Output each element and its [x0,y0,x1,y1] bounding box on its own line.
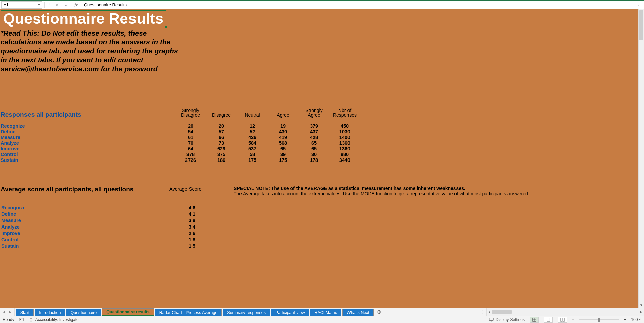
scroll-right-arrow-icon[interactable]: ► [639,310,644,314]
sheet-tab[interactable]: Questionnaire [66,309,101,316]
table-row: Recognize20201219379450 [1,123,360,129]
name-box[interactable]: A1 ▼ [1,1,42,9]
cell-value: 1.8 [176,237,207,243]
row-label: Analyze [1,224,176,230]
fill-handle[interactable] [165,26,167,28]
svg-rect-4 [491,321,492,321]
sheet-tab[interactable]: RACI Matrix [310,309,341,316]
averages-heading: Average score all participants, all ques… [1,186,133,193]
cell-value: 65 [299,140,329,146]
table-row: Define4.1 [1,211,207,217]
svg-rect-10 [563,318,564,321]
sheet-tab[interactable]: Summary responses [223,309,270,316]
cell-value: 1.5 [176,243,207,249]
more-icon[interactable]: ⋮ [47,3,52,7]
cancel-formula-button[interactable]: ✕ [54,1,61,9]
cell-value: 64 [175,146,206,152]
sheet-tabs: StartIntroductionQuestionnaireQuestionna… [15,308,375,316]
cell-value: 175 [268,157,299,163]
col-header: Strongly Agree [299,108,329,117]
view-page-layout-button[interactable] [544,317,553,323]
cell-value: 178 [299,157,329,163]
table-row: Measure61664264194281400 [1,135,360,140]
display-settings-button[interactable]: Display Settings [489,317,525,322]
accessibility-button[interactable]: Accessibility: Investigate [29,317,79,322]
cell-value: 58 [237,152,268,157]
cell-value: 65 [268,146,299,152]
svg-rect-3 [489,318,493,320]
cell-value: 186 [206,157,237,163]
row-label: Measure [1,135,175,140]
cell-value: 19 [268,123,299,129]
tab-nav-next-icon[interactable]: ► [8,310,12,314]
special-note: SPECIAL NOTE: The use of the AVERAGE as … [234,186,529,196]
table-row: Improve6462953765651360 [1,146,360,152]
x-icon: ✕ [55,2,59,8]
new-sheet-button[interactable]: ⊕ [375,308,384,316]
selected-cell-a1[interactable]: Questionnaire Results [1,10,166,27]
insert-function-button[interactable]: fx [72,1,80,9]
row-label: Control [1,237,176,243]
formula-input[interactable] [82,1,634,9]
worksheet[interactable]: Questionnaire Results *Read This: Do Not… [0,9,638,308]
cell-value: 30 [299,152,329,157]
svg-rect-9 [561,318,562,321]
chevron-down-icon[interactable]: ▼ [37,3,41,7]
accessibility-icon [29,317,33,322]
monitor-icon [489,317,494,322]
table-row: Define5457524304371030 [1,129,360,135]
confirm-formula-button[interactable]: ✓ [63,1,70,9]
row-label: Analyze [1,140,175,146]
col-header: Agree [268,108,299,117]
sheet-tab[interactable]: Participant view [271,309,309,316]
horizontal-scrollbar[interactable]: ◄ ► [486,308,644,316]
page-layout-icon [546,317,551,322]
cell-value: 20 [175,123,206,129]
hscroll-thumb[interactable] [492,310,512,314]
view-normal-button[interactable] [530,317,539,323]
responses-section: Responses all participants StronglyDisag… [1,108,625,163]
sheet-tab[interactable]: Introduction [35,309,65,316]
svg-point-2 [30,317,32,319]
zoom-slider-knob[interactable] [598,318,600,322]
table-row: Improve2.6 [1,231,207,236]
sheet-tab[interactable]: What's Next [342,309,374,316]
macro-recorder-button[interactable] [19,317,24,322]
cell-value: 419 [268,135,299,140]
more-icon[interactable]: ⋮ [478,308,486,316]
scroll-left-arrow-icon[interactable]: ◄ [487,310,492,314]
cell-value: 537 [237,146,268,152]
hscroll-track[interactable] [492,310,639,314]
row-label: Recognize [1,123,175,129]
cell-value: 52 [237,129,268,135]
vscroll-thumb[interactable] [639,10,643,40]
expand-formula-bar-button[interactable]: ⌄ [636,3,643,7]
zoom-out-button[interactable]: − [572,317,574,322]
zoom-slider[interactable] [579,319,619,320]
row-label: Recognize [1,205,176,211]
view-page-break-button[interactable] [558,317,567,323]
col-header: Neutral [237,108,268,117]
note-line: The Average takes into account the extre… [234,191,529,196]
cell-value: 2726 [175,157,206,163]
scroll-down-arrow-icon[interactable]: ▼ [639,303,644,307]
sheet-tab[interactable]: Start [16,309,34,316]
zoom-in-button[interactable]: + [624,317,626,322]
cell-value: 426 [237,135,268,140]
row-label: Define [1,211,176,217]
cell-value: 1360 [329,146,360,152]
table-row: Analyze3.4 [1,224,207,230]
cell-value: 20 [206,123,237,129]
svg-rect-1 [20,319,21,320]
vertical-scrollbar[interactable]: ▲ ▼ [638,9,644,308]
page-title: Questionnaire Results [1,11,166,27]
sheet-tab[interactable]: Questionnaire results [102,308,154,316]
cell-value: 584 [237,140,268,146]
fx-icon: fx [74,2,77,8]
zoom-percent[interactable]: 100% [628,317,641,322]
sheet-tab[interactable]: Radar Chart - Process Average [155,309,222,316]
zoom-controls: − + 100% [572,317,641,322]
tab-nav-arrows[interactable]: ◄ ► [0,308,15,316]
tab-nav-prev-icon[interactable]: ◄ [2,310,6,314]
plus-circle-icon: ⊕ [377,309,381,315]
